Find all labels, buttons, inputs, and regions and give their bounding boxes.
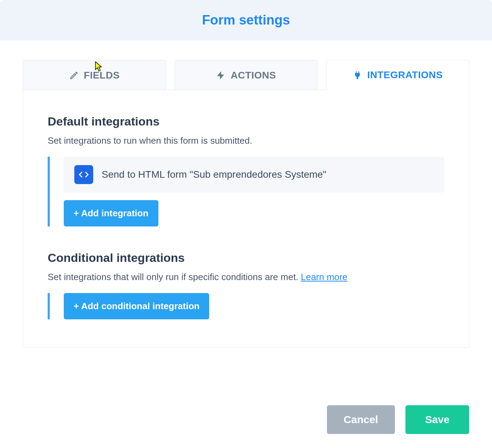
modal-header: Form settings (0, 0, 492, 40)
modal-title: Form settings (0, 13, 492, 28)
section-description-text: Set integrations that will only run if s… (48, 272, 301, 282)
tab-fields[interactable]: FIELDS (23, 60, 166, 90)
integration-label: Send to HTML form "Sub emprendedores Sys… (102, 169, 326, 180)
modal-footer: Cancel Save (327, 405, 469, 434)
integration-item[interactable]: Send to HTML form "Sub emprendedores Sys… (64, 157, 444, 192)
edit-icon (69, 70, 79, 80)
learn-more-link[interactable]: Learn more (301, 272, 348, 282)
tab-label: ACTIONS (231, 70, 276, 81)
add-conditional-integration-button[interactable]: + Add conditional integration (64, 293, 209, 319)
section-default-integrations: Default integrations Set integrations to… (48, 115, 444, 226)
section-description: Set integrations that will only run if s… (48, 272, 444, 283)
tab-label: FIELDS (84, 70, 120, 81)
form-settings-modal: Form settings FIELDS ACTIONS INTEGRATIO (0, 0, 492, 448)
add-integration-button[interactable]: + Add integration (64, 200, 158, 226)
tab-actions[interactable]: ACTIONS (175, 60, 318, 90)
integrations-block: Send to HTML form "Sub emprendedores Sys… (48, 157, 444, 226)
tabs-container: FIELDS ACTIONS INTEGRATIONS Default inte… (0, 60, 492, 348)
section-description: Set integrations to run when this form i… (48, 135, 444, 146)
bolt-icon (216, 70, 226, 80)
cancel-button[interactable]: Cancel (327, 405, 395, 434)
section-title: Conditional integrations (48, 251, 444, 265)
save-button[interactable]: Save (405, 405, 469, 434)
integrations-block: + Add conditional integration (48, 293, 444, 319)
tab-integrations[interactable]: INTEGRATIONS (326, 60, 469, 90)
tab-panel-integrations: Default integrations Set integrations to… (23, 90, 469, 348)
code-icon (74, 165, 93, 184)
tabs: FIELDS ACTIONS INTEGRATIONS (23, 60, 469, 90)
section-conditional-integrations: Conditional integrations Set integration… (48, 251, 444, 319)
section-title: Default integrations (48, 115, 444, 128)
plug-icon (353, 70, 362, 80)
tab-label: INTEGRATIONS (367, 69, 443, 81)
